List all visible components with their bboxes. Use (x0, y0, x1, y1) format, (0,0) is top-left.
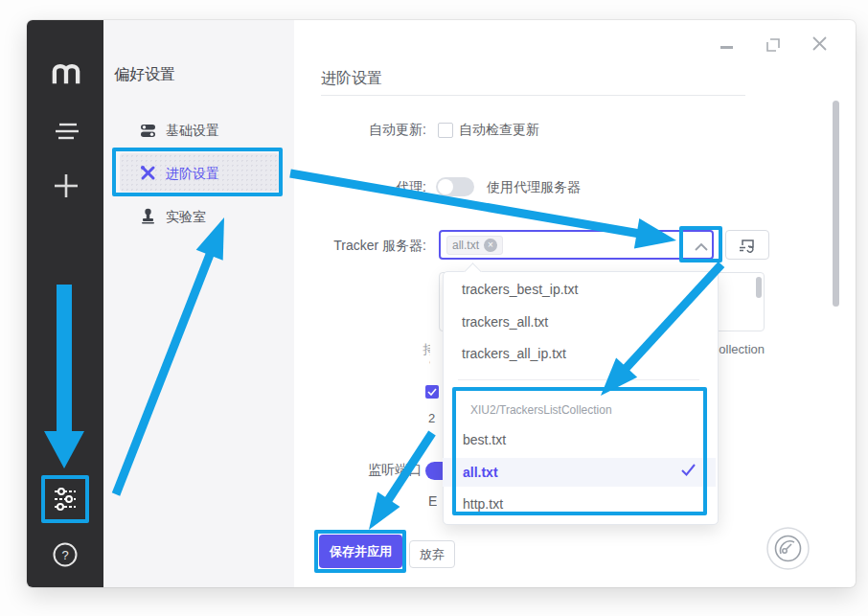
proxy-toggle-label: 使用代理服务器 (487, 179, 581, 196)
proxy-label: 代理: (396, 179, 426, 196)
dropdown-item[interactable]: trackers_best_ip.txt (462, 282, 578, 297)
proxy-toggle[interactable] (436, 177, 474, 196)
listen-port-label: 监听端口 (368, 462, 422, 479)
helper-text-fragment-2: 《 (423, 354, 430, 372)
save-apply-button[interactable]: 保存并应用 (319, 535, 402, 568)
help-icon[interactable]: ? (53, 542, 78, 567)
dropdown-item-selected[interactable]: all.txt (463, 465, 498, 480)
task-list-icon[interactable] (54, 121, 80, 141)
dropdown-group-label: XIU2/TrackersListCollection (470, 403, 612, 417)
prefs-nav-panel (103, 20, 294, 587)
dropdown-item[interactable]: best.txt (463, 432, 506, 447)
auto-update-label: 自动更新: (369, 122, 426, 139)
main-scrollbar-thumb[interactable] (833, 101, 839, 307)
proxy-toggle-knob (438, 179, 453, 194)
sync-tracker-checkbox[interactable] (425, 385, 439, 399)
auto-update-checkbox[interactable] (438, 123, 453, 138)
tracker-dropdown (443, 271, 719, 525)
tag-close-icon[interactable]: × (484, 239, 497, 252)
discard-button[interactable]: 放弃 (409, 540, 455, 568)
tracker-tag-text: all.txt (452, 239, 479, 252)
screenshot-stage: ? 偏好设置 基础设置 进阶设置 实验室 (0, 0, 868, 616)
page-title: 进阶设置 (321, 69, 382, 89)
dropdown-item[interactable]: trackers_all_ip.txt (462, 346, 566, 361)
add-task-icon[interactable] (53, 172, 80, 199)
title-divider (321, 95, 745, 96)
advanced-settings-icon (140, 165, 156, 181)
sidebar-item-lab[interactable]: 实验室 (166, 209, 206, 226)
prefs-nav-title: 偏好设置 (114, 65, 175, 85)
basic-settings-icon (140, 123, 156, 139)
preferences-sliders-icon[interactable] (53, 487, 78, 512)
lab-icon (141, 208, 155, 224)
selected-check-icon (681, 463, 696, 475)
speed-limit-icon[interactable] (765, 526, 811, 571)
minimize-button[interactable] (720, 46, 733, 49)
maximize-button[interactable] (765, 37, 781, 53)
dropdown-item[interactable]: trackers_all.txt (462, 314, 548, 330)
dropdown-item[interactable]: http.txt (463, 496, 503, 512)
bt-text-fragment: E (428, 493, 437, 509)
sync-time-fragment: 2 (428, 411, 437, 425)
tracker-label: Tracker 服务器: (333, 238, 426, 255)
sidebar-item-advanced-settings[interactable]: 进阶设置 (166, 166, 219, 183)
dropdown-group-divider (458, 379, 699, 380)
auto-update-checkbox-label: 自动检查更新 (459, 122, 539, 139)
sidebar-item-basic-settings[interactable]: 基础设置 (166, 123, 219, 140)
chevron-up-icon[interactable] (695, 238, 708, 246)
tracker-tag: all.txt × (446, 236, 503, 255)
motrix-logo-icon (50, 60, 82, 85)
svg-text:?: ? (61, 548, 68, 562)
sync-trackers-button[interactable] (725, 230, 769, 260)
textarea-scrollbar-thumb[interactable] (756, 277, 762, 298)
close-button[interactable] (811, 35, 828, 52)
